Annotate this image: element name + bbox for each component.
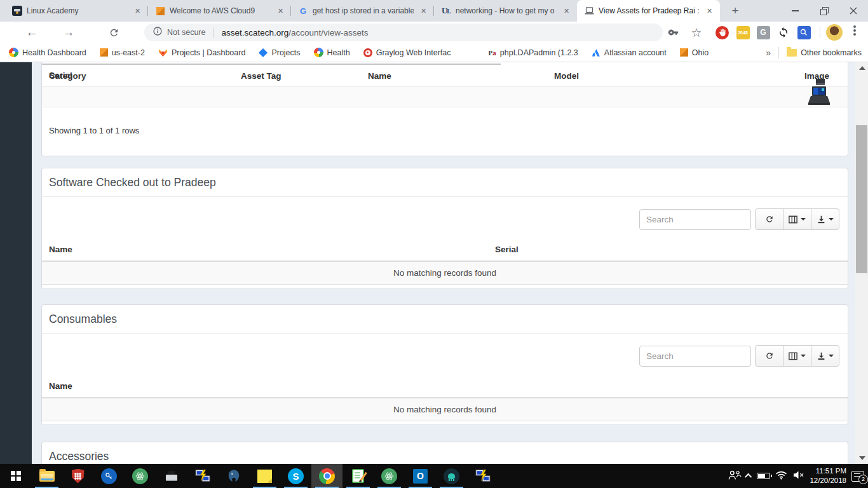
software-search-input[interactable] (639, 209, 751, 230)
wifi-icon[interactable] (775, 470, 787, 482)
address-bar[interactable]: Not secure asset.scatech.org/account/vie… (144, 24, 663, 41)
column-header-name[interactable]: Name (368, 71, 391, 81)
column-header-name[interactable]: Name (49, 381, 72, 391)
taskbar-keepass[interactable] (93, 464, 125, 488)
security-label[interactable]: Not secure (167, 28, 205, 37)
scroll-up-arrow[interactable] (859, 66, 865, 70)
columns-toggle-button[interactable] (783, 345, 811, 367)
action-center-icon[interactable]: 2 (851, 471, 864, 482)
taskbar-putty[interactable] (187, 464, 218, 488)
bookmark-health[interactable]: Health (314, 48, 350, 57)
restore-button[interactable] (810, 0, 839, 22)
key-icon (101, 468, 117, 484)
scroll-down-arrow[interactable] (859, 456, 865, 460)
minimize-button[interactable] (780, 0, 810, 22)
taskbar-atom-app[interactable] (125, 464, 156, 488)
column-header-serial[interactable]: Serial (495, 245, 519, 254)
tab-aws-cloud9[interactable]: Welcome to AWS Cloud9 × (148, 0, 291, 22)
taskbar-notepad[interactable] (342, 464, 374, 488)
bookmark-star-icon[interactable]: ☆ (689, 25, 704, 40)
sticky-notes-icon (257, 470, 272, 483)
shield-icon (72, 469, 85, 484)
phpldapadmin-icon: Pa (489, 49, 496, 57)
columns-toggle-button[interactable] (783, 208, 811, 230)
profile-avatar[interactable] (826, 24, 843, 41)
taskbar-file-explorer[interactable] (31, 464, 62, 488)
column-header-serial-overlay[interactable]: Serial (49, 71, 72, 80)
back-icon[interactable]: ← (21, 22, 43, 43)
chrome-menu-icon[interactable] (853, 29, 856, 32)
reload-icon[interactable] (103, 22, 125, 43)
tab-close-icon[interactable]: × (275, 6, 286, 17)
taskbar-clock[interactable]: 11:51 PM 12/20/2018 (810, 466, 846, 485)
atlassian-icon (592, 48, 600, 57)
software-table-toolbar (755, 208, 839, 230)
tab-close-icon[interactable]: × (418, 6, 429, 17)
adblock-extension-icon[interactable] (714, 25, 729, 40)
bookmarks-overflow-chevron[interactable]: » (766, 48, 771, 58)
taskbar-remote-device[interactable] (156, 464, 187, 488)
bookmark-projects[interactable]: Projects (259, 48, 300, 57)
consumables-table-toolbar (755, 345, 839, 367)
taskbar-outlook[interactable]: O (405, 464, 436, 488)
game-2048-extension-icon[interactable]: 2048 (735, 25, 750, 40)
taskbar-atom-app-2[interactable] (374, 464, 405, 488)
tab-linux-academy[interactable]: Linux Academy × (5, 0, 148, 22)
bookmark-ohio[interactable]: Ohio (680, 48, 709, 57)
start-button[interactable] (0, 464, 31, 488)
bookmark-gitlab-projects[interactable]: Projects | Dashboard (158, 48, 246, 57)
hidden-icons-chevron[interactable] (745, 473, 752, 480)
taskbar-security-shield[interactable] (62, 464, 93, 488)
export-button[interactable] (811, 208, 839, 230)
taskbar-sticky-notes[interactable] (249, 464, 280, 488)
new-tab-button[interactable]: + (726, 2, 744, 20)
tab-close-icon[interactable]: × (561, 6, 572, 17)
tab-title: Linux Academy (27, 6, 128, 15)
volume-muted-icon[interactable] (792, 470, 804, 482)
tab-unix-linux[interactable]: UL networking - How to get my o × (434, 0, 577, 22)
asset-table-row[interactable] (42, 86, 848, 107)
sync-extension-icon[interactable] (776, 25, 791, 40)
bookmarks-bar: Health Dashboard us-east-2 Projects | Da… (0, 43, 868, 62)
bookmark-graylog[interactable]: Graylog Web Interfac (363, 48, 451, 57)
column-header-asset-tag[interactable]: Asset Tag (241, 71, 281, 81)
export-button[interactable] (811, 345, 839, 367)
asset-laptop-image[interactable] (806, 86, 832, 107)
people-icon[interactable] (728, 470, 742, 483)
forward-icon[interactable]: → (58, 22, 79, 43)
bookmark-phpldapadmin[interactable]: PaphpLDAPadmin (1.2.3 (489, 48, 578, 57)
taskbar-skype[interactable]: S (280, 464, 311, 488)
windows-logo-icon (11, 471, 21, 481)
page-scrollbar[interactable] (855, 62, 868, 464)
tab-view-assets-active[interactable]: View Assets for Pradeep Rai :: S × (577, 0, 720, 22)
taskbar-chrome[interactable] (311, 464, 342, 488)
taskbar-postgresql[interactable] (218, 464, 249, 488)
gsuite-extension-icon[interactable]: G (756, 25, 771, 40)
folder-icon (787, 49, 797, 57)
other-bookmarks-button[interactable]: Other bookmarks (787, 48, 862, 57)
bookmark-us-east-2[interactable]: us-east-2 (100, 48, 145, 57)
url-text[interactable]: asset.scatech.org/account/view-assets (221, 28, 368, 37)
device-icon (165, 471, 178, 481)
refresh-button[interactable] (755, 208, 783, 230)
column-header-name[interactable]: Name (49, 245, 72, 254)
tab-title: networking - How to get my o (456, 6, 557, 15)
refresh-button[interactable] (755, 345, 783, 367)
tab-google-search[interactable]: G get host ip stored in a variable × (291, 0, 434, 22)
search-extension-icon[interactable] (796, 25, 811, 40)
scrollbar-thumb[interactable] (856, 125, 867, 273)
google-favicon: G (298, 6, 308, 16)
bookmark-atlassian[interactable]: Atlassian account (592, 48, 667, 57)
taskbar-gitkraken[interactable] (436, 464, 467, 488)
column-header-model[interactable]: Model (554, 71, 579, 81)
info-icon[interactable] (153, 27, 162, 38)
bookmark-health-dashboard[interactable]: Health Dashboard (9, 48, 86, 57)
aws-cube-icon (100, 48, 108, 57)
tab-close-icon[interactable]: × (704, 6, 715, 17)
tab-close-icon[interactable]: × (132, 6, 143, 17)
taskbar-winscp[interactable] (467, 464, 498, 488)
saved-password-key-icon[interactable] (666, 25, 681, 40)
battery-icon[interactable] (757, 473, 770, 479)
consumables-search-input[interactable] (639, 346, 751, 367)
close-button[interactable] (839, 0, 868, 22)
